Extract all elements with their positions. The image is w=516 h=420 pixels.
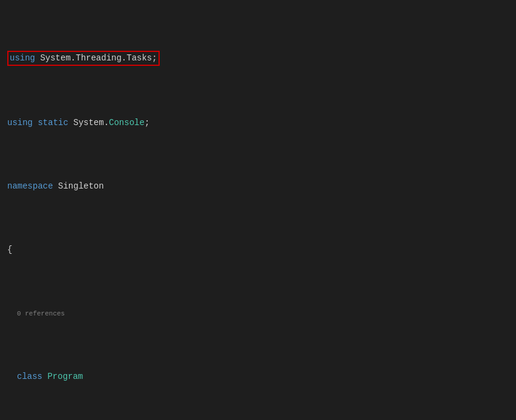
line-using-console: using static System.Console;	[0, 117, 516, 129]
line-ref-program: 0 references	[0, 307, 516, 320]
code-editor: using System.Threading.Tasks; using stat…	[0, 0, 516, 420]
line-namespace: namespace Singleton	[0, 180, 516, 193]
line-open-brace-1: {	[0, 244, 516, 256]
reference-label-0: 0 references	[17, 310, 65, 317]
line-class-program: class Program	[0, 370, 516, 383]
line-using-tasks: using System.Threading.Tasks;	[0, 51, 516, 66]
keyword-using: using	[10, 53, 35, 63]
